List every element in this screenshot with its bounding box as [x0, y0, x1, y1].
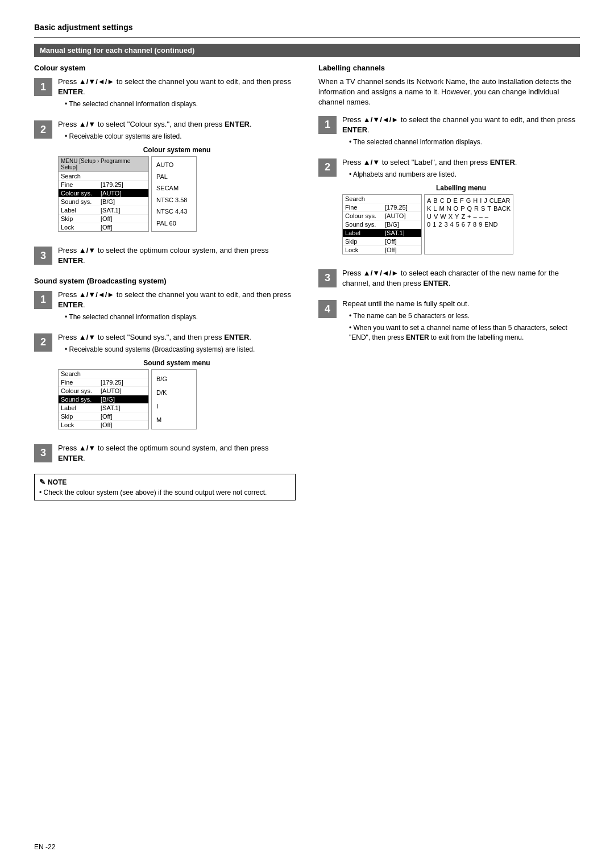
label-step-2: 2 Press ▲/▼ to select "Label", and then …	[318, 157, 580, 260]
colour-menu: MENU [Setup › Programme Setup] Search Fi…	[58, 156, 296, 232]
colour-menu-row-label: Label[SAT.1]	[59, 206, 148, 215]
colour-menu-options: AUTO PAL SECAM NTSC 3.58 NTSC 4.43 PAL 6…	[151, 156, 197, 232]
label-step-1-text: Press ▲/▼/◄/► to select the channel you …	[342, 115, 580, 135]
label-step-1-bullet: • The selected channel information displ…	[349, 137, 580, 147]
colour-step-2-bullet: • Receivable colour systems are listed.	[65, 132, 296, 141]
sound-step-num-3: 3	[34, 444, 52, 462]
label-step-4-content: Repeat until the name is fully spelt out…	[342, 299, 580, 345]
section-header: Manual setting for each channel (continu…	[34, 44, 580, 57]
sound-step-1-text: Press ▲/▼/◄/► to select the channel you …	[58, 290, 296, 310]
colour-opt-ntsc443: NTSC 4.43	[156, 207, 192, 215]
lbl-menu-row-label: Label[SAT.1]	[343, 229, 421, 237]
sound-step-3-content: Press ▲/▼ to select the optimum sound sy…	[58, 443, 296, 466]
sound-step-2-bullet: • Receivable sound systems (Broadcasting…	[65, 345, 296, 354]
labelling-menu: Search Fine[179.25] Colour sys.[AUTO] So…	[342, 194, 580, 254]
colour-system-title: Colour system	[34, 64, 296, 72]
sound-step-num-1: 1	[34, 291, 52, 309]
label-step-4-text: Repeat until the name is fully spelt out…	[342, 299, 580, 309]
labelling-intro: When a TV channel sends its Network Name…	[318, 77, 580, 108]
colour-menu-row-fine: Fine[179.25]	[59, 181, 148, 189]
colour-opt-auto: AUTO	[156, 161, 192, 169]
label-step-1-content: Press ▲/▼/◄/► to select the channel you …	[342, 115, 580, 149]
colour-menu-title: Colour system menu	[58, 146, 296, 154]
sound-step-1-bullet: • The selected channel information displ…	[65, 312, 296, 322]
label-step-4: 4 Repeat until the name is fully spelt o…	[318, 299, 580, 345]
label-step-num-2: 2	[318, 158, 337, 177]
label-step-num-4: 4	[318, 300, 337, 318]
colour-step-2-text: Press ▲/▼ to select "Colour sys.", and t…	[58, 119, 296, 130]
sound-system-section: Sound system (Broadcasting system) 1 Pre…	[34, 277, 296, 501]
page-title: Basic adjustment settings	[34, 23, 580, 32]
colour-menu-row-search: Search	[59, 172, 148, 181]
colour-menu-left: MENU [Setup › Programme Setup] Search Fi…	[58, 156, 149, 232]
label-step-2-bullet: • Alphabets and numbers are listed.	[349, 170, 580, 180]
colour-menu-header: MENU [Setup › Programme Setup]	[59, 157, 148, 172]
label-step-num-1: 1	[318, 116, 337, 134]
label-step-1: 1 Press ▲/▼/◄/► to select the channel yo…	[318, 115, 580, 149]
colour-step-2: 2 Press ▲/▼ to select "Colour sys.", and…	[34, 119, 296, 237]
sound-menu-row-skip: Skip[Off]	[59, 412, 148, 421]
sound-menu-row-lock: Lock[Off]	[59, 421, 148, 429]
label-step-num-3: 3	[318, 269, 337, 287]
colour-menu-row-coloursys: Colour sys.[AUTO]	[59, 189, 148, 198]
labelling-title: Labelling channels	[318, 64, 580, 72]
colour-opt-pal60: PAL 60	[156, 219, 192, 227]
sound-menu-row-coloursys: Colour sys.[AUTO]	[59, 387, 148, 395]
left-column: Colour system 1 Press ▲/▼/◄/► to select …	[34, 64, 296, 500]
lbl-menu-row-soundsys: Sound sys.[B/G]	[343, 220, 421, 229]
lbl-char-row-1: ABCDEFGHIJCLEAR	[427, 197, 511, 204]
label-step-4-bullet1: • The name can be 5 characters or less.	[349, 311, 580, 321]
colour-step-3-content: Press ▲/▼ to select the optimum colour s…	[58, 245, 296, 268]
colour-step-1: 1 Press ▲/▼/◄/► to select the channel yo…	[34, 77, 296, 111]
note-icon: ✎	[39, 478, 45, 486]
sound-menu-left: Search Fine[179.25] Colour sys.[AUTO] So…	[58, 369, 149, 429]
lbl-char-row-2: KLMNOPQRSTBACK	[427, 205, 511, 212]
label-step-2-text: Press ▲/▼ to select "Label", and then pr…	[342, 157, 580, 168]
lbl-menu-row-skip: Skip[Off]	[343, 237, 421, 246]
colour-step-3-text: Press ▲/▼ to select the optimum colour s…	[58, 245, 296, 266]
colour-system-section: Colour system 1 Press ▲/▼/◄/► to select …	[34, 64, 296, 269]
label-step-3: 3 Press ▲/▼/◄/► to select each character…	[318, 268, 580, 291]
sound-step-1-content: Press ▲/▼/◄/► to select the channel you …	[58, 290, 296, 324]
sound-step-2-content: Press ▲/▼ to select "Sound sys.", and th…	[58, 332, 296, 435]
colour-menu-row-lock: Lock[Off]	[59, 223, 148, 231]
sound-system-title: Sound system (Broadcasting system)	[34, 277, 296, 285]
page-number: EN -22	[34, 843, 55, 851]
sound-menu: Search Fine[179.25] Colour sys.[AUTO] So…	[58, 369, 296, 429]
labelling-section: Labelling channels When a TV channel sen…	[318, 64, 580, 345]
sound-step-2: 2 Press ▲/▼ to select "Sound sys.", and …	[34, 332, 296, 435]
colour-step-1-bullet: • The selected channel information displ…	[65, 99, 296, 109]
label-step-2-content: Press ▲/▼ to select "Label", and then pr…	[342, 157, 580, 260]
note-title: ✎ NOTE	[39, 478, 291, 486]
colour-step-2-content: Press ▲/▼ to select "Colour sys.", and t…	[58, 119, 296, 237]
sound-opt-i: I	[156, 402, 192, 410]
note-text: • Check the colour system (see above) if…	[39, 489, 291, 496]
sound-menu-row-label: Label[SAT.1]	[59, 404, 148, 412]
sound-step-num-2: 2	[34, 333, 52, 352]
sound-step-3: 3 Press ▲/▼ to select the optimum sound …	[34, 443, 296, 466]
colour-opt-secam: SECAM	[156, 184, 192, 192]
labelling-menu-left: Search Fine[179.25] Colour sys.[AUTO] So…	[342, 194, 422, 254]
note-block: ✎ NOTE • Check the colour system (see ab…	[34, 474, 296, 500]
sound-menu-title: Sound system menu	[58, 359, 296, 367]
note-label: NOTE	[48, 478, 67, 486]
labelling-menu-title: Labelling menu	[342, 184, 580, 192]
sound-opt-bg: B/G	[156, 375, 192, 383]
sound-menu-row-fine: Fine[179.25]	[59, 378, 148, 387]
colour-menu-row-skip: Skip[Off]	[59, 215, 148, 223]
sound-opt-m: M	[156, 416, 192, 424]
lbl-menu-row-lock: Lock[Off]	[343, 246, 421, 254]
sound-menu-row-search: Search	[59, 370, 148, 378]
label-step-3-text: Press ▲/▼/◄/► to select each character o…	[342, 268, 580, 289]
colour-opt-pal: PAL	[156, 173, 192, 181]
sound-step-1: 1 Press ▲/▼/◄/► to select the channel yo…	[34, 290, 296, 324]
colour-menu-row-soundsys: Sound sys.[B/G]	[59, 198, 148, 206]
lbl-menu-row-search: Search	[343, 195, 421, 203]
sound-step-2-text: Press ▲/▼ to select "Sound sys.", and th…	[58, 332, 296, 343]
lbl-menu-row-coloursys: Colour sys.[AUTO]	[343, 212, 421, 220]
sound-step-3-text: Press ▲/▼ to select the optimum sound sy…	[58, 443, 296, 464]
step-num-1: 1	[34, 78, 52, 96]
sound-menu-row-soundsys: Sound sys.[B/G]	[59, 395, 148, 404]
lbl-char-row-3: UVWXYZ+–––	[427, 213, 511, 220]
step-num-2: 2	[34, 120, 52, 139]
